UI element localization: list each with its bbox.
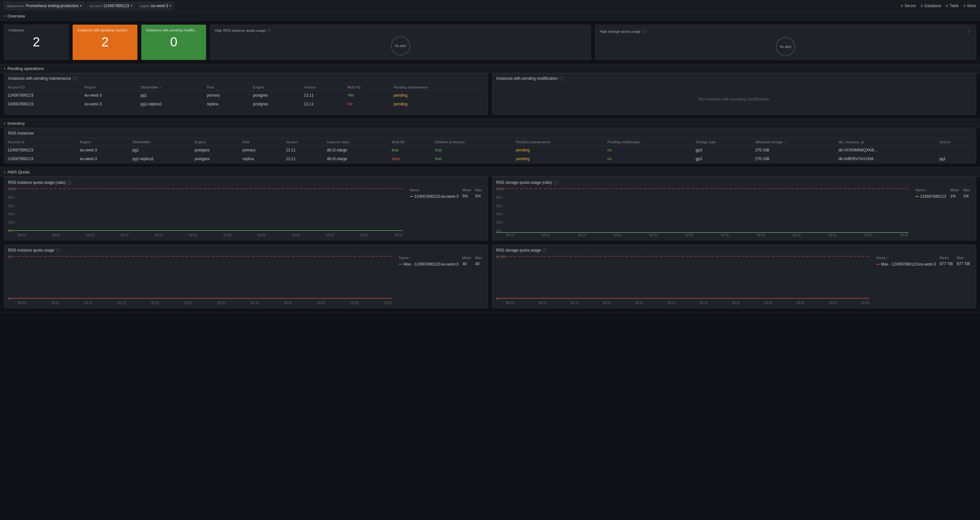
rds-quota-gauge-area: No alert: [215, 35, 586, 56]
nav-more[interactable]: ≡ More: [964, 3, 976, 8]
nav-server[interactable]: ≡ Server: [900, 3, 916, 8]
chart-storage-ratio-title: RDS storage quota usage (ratio) i: [496, 180, 972, 185]
col-dbidentifier: Dbidentifier ↑: [137, 84, 204, 91]
datasource-value: Prometheus tooling-production: [25, 3, 78, 8]
storage-quota-title: High storage quota usage i ⋮: [600, 28, 971, 34]
chart-storage-ratio: RDS storage quota usage (ratio) i 100%80…: [492, 177, 976, 241]
rds-quota-title: High RDS instance quota usage i: [215, 28, 586, 32]
pending-ops-section: ▾ Pending operations Instances with pend…: [0, 64, 980, 119]
table-row: 124567890123 eu-west-3 pg1 primary postg…: [4, 91, 488, 100]
aws-quota-header[interactable]: ▾ AWS Quota: [0, 167, 980, 177]
account-caret: ▾: [130, 4, 132, 8]
chart4-info-icon: i: [542, 248, 547, 252]
pending-maint-card: Instances with pending mainten... 2: [73, 25, 137, 60]
instances-card: Instances 2: [4, 25, 69, 60]
datasource-caret: ▾: [80, 4, 82, 8]
nav-database-label: Database: [924, 3, 941, 8]
overview-caret: ▾: [4, 14, 5, 18]
storage-quota-gauge-area: No alert: [600, 37, 971, 56]
rds-quota-info-icon: i: [267, 28, 271, 32]
inv-col-storage: Storage type: [692, 139, 752, 146]
chart4-legend-dot: [876, 264, 880, 265]
table-row: 124567890123 eu-west-3 pg1-replica1 post…: [4, 155, 976, 163]
overview-title: Overview: [8, 14, 25, 19]
chart-storage-abs-title: RDS storage quota usage i: [496, 248, 972, 252]
chart3-x-labels: 08:0008:0508:1008:1508:2008:2508:3008:35…: [8, 301, 392, 305]
chart3-info-icon: i: [56, 248, 60, 252]
pending-mod-title: Instances with pending modific...: [146, 28, 201, 32]
storage-quota-gauge: High storage quota usage i ⋮ No alert: [595, 25, 976, 60]
account-value: 124567890123: [103, 3, 129, 8]
rds-quota-gauge: High RDS instance quota usage i No alert: [210, 25, 591, 60]
chart1-wrapper: 100%80%60%40%20%0%: [8, 187, 403, 233]
overview-cards-row: Instances 2 Instances with pending maint…: [0, 21, 980, 64]
overview-header[interactable]: ▾ Overview: [0, 12, 980, 21]
region-value: eu-west-3: [151, 3, 168, 8]
pending-ops-header[interactable]: ▾ Pending operations: [0, 64, 980, 73]
pending-mod-panel-title: Instances with pending modification i: [492, 73, 976, 84]
chart2-svg: [496, 187, 908, 233]
chart-rds-ratio-title: RDS instance quota usage (ratio) i: [8, 180, 484, 185]
inv-col-alloc: Allocated storage ↓: [752, 139, 835, 146]
account-pill[interactable]: account 124567890123 ▾: [86, 2, 135, 10]
inv-col-version: Version: [283, 139, 324, 146]
chart-storage-abs: RDS storage quota usage i 96 TiB 0: [492, 244, 976, 308]
aws-quota-title: AWS Quota: [8, 169, 30, 174]
inv-col-class: Instance class: [324, 139, 388, 146]
inventory-title: Inventory: [8, 121, 25, 126]
chart2-wrapper: 100%80%60%40%20%0%: [496, 187, 908, 233]
nav-database[interactable]: ≡ Database: [921, 3, 941, 8]
col-role: Role: [204, 84, 250, 91]
pending-maintenance-panel-title: Instances with pending maintenance i: [4, 73, 488, 84]
rds-instances-table: Account Id Region Dbidentifier Engine Ro…: [4, 139, 976, 163]
chart-rds-abs: RDS instance quota usage i 40 0: [4, 244, 488, 308]
overview-section: ▾ Overview Instances 2 Instances with pe…: [0, 12, 980, 64]
chart-rds-abs-title: RDS instance quota usage i: [8, 248, 484, 252]
col-multiaz: Multi AZ: [345, 84, 390, 91]
pending-maintenance-panel: Instances with pending maintenance i Acc…: [4, 73, 488, 115]
charts-row-2: RDS instance quota usage i 40 0: [0, 244, 980, 312]
chart1-x-labels: 08:0008:0508:1008:1508:2008:2508:3008:35…: [8, 233, 403, 237]
inventory-header[interactable]: ▾ Inventory: [0, 119, 980, 128]
inv-col-source: Source: [936, 139, 976, 146]
inventory-content: RDS instances Account Id Region Dbidenti…: [0, 128, 980, 167]
datasource-pill[interactable]: datasource Prometheus tooling-production…: [4, 2, 84, 10]
topbar: datasource Prometheus tooling-production…: [0, 0, 980, 12]
pending-mod-card: Instances with pending modific... 0: [141, 25, 206, 60]
chart2-info-icon: i: [554, 180, 558, 185]
chart2-x-labels: 08:0008:0508:1008:1508:2008:2508:3008:35…: [496, 233, 908, 237]
chart4-svg-area: [496, 255, 869, 300]
col-engine: Engine: [250, 84, 301, 91]
col-region: Region: [81, 84, 137, 91]
col-version: Version: [301, 84, 345, 91]
chart3-legend: Name ↑ Mean Max Max - 124567890123:: [397, 255, 484, 305]
charts-row-1: RDS instance quota usage (ratio) i 100%8…: [0, 177, 980, 244]
topbar-right: ≡ Server ≡ Database ≡ Table ≡ More: [900, 3, 976, 8]
inventory-caret: ▾: [4, 121, 5, 125]
inv-col-pmod: Pending modification: [604, 139, 692, 146]
nav-more-label: More: [967, 3, 976, 8]
inv-col-deletion: Deletion protection: [432, 139, 512, 146]
rds-instances-panel: RDS instances Account Id Region Dbidenti…: [4, 128, 976, 163]
chart3-wrapper: 40 0: [8, 255, 392, 300]
server-icon: ≡: [900, 3, 903, 8]
chart2-legend-dot: [915, 196, 919, 197]
chart4-legend: Name ↑ Mean Max Max - 124567890123:: [874, 255, 972, 305]
nav-table[interactable]: ≡ Table: [946, 3, 959, 8]
inv-col-role: Role: [239, 139, 283, 146]
inv-col-pmaint: Pending maintenance: [513, 139, 604, 146]
table-icon: ≡: [946, 3, 948, 8]
topbar-left: datasource Prometheus tooling-production…: [4, 2, 899, 10]
chart4-x-labels: 08:0008:0508:1008:1508:2008:2508:3008:35…: [496, 301, 869, 305]
chart3-svg: [8, 255, 392, 300]
storage-quota-more-btn[interactable]: ⋮: [966, 28, 971, 34]
chart1-svg-area: [8, 187, 403, 233]
chart1-legend-dot: [410, 196, 413, 197]
chart1-svg: [8, 187, 403, 233]
nav-table-label: Table: [950, 3, 959, 8]
storage-quota-gauge-circle: No alert: [776, 37, 795, 56]
region-pill[interactable]: region eu-west-3 ▾: [137, 2, 174, 10]
chart3-legend-dot: [399, 264, 402, 265]
more-icon: ≡: [964, 3, 966, 8]
rds-instances-title: RDS instances: [4, 128, 976, 139]
